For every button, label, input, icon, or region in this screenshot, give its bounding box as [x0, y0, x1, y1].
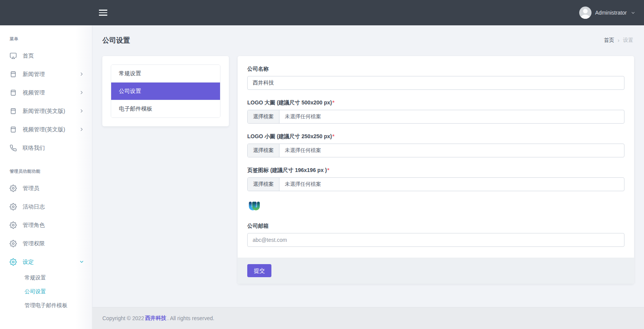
- sidebar-item-home[interactable]: 首页: [0, 46, 92, 65]
- sidebar-subitem-general-settings[interactable]: 常规设置: [0, 271, 92, 285]
- main-content: 公司设置 首页 › 设置 常规设置 公司设置 电子邮件模板: [92, 25, 644, 329]
- avatar: [579, 7, 591, 19]
- breadcrumb-separator: ›: [618, 37, 619, 43]
- logo-large-file-input[interactable]: 選擇檔案 未選擇任何檔案: [247, 110, 624, 124]
- sidebar-item-label: 视频管理: [23, 89, 45, 96]
- label-text: LOGO 小圖 (建議尺寸 250x250 px): [247, 133, 332, 139]
- choose-file-button[interactable]: 選擇檔案: [248, 144, 279, 157]
- sidebar-item-roles[interactable]: 管理角色: [0, 216, 92, 234]
- company-settings-form-card: 公司名称 LOGO 大圖 (建議尺寸 500x200 px)* 選擇檔案 未選擇…: [238, 56, 634, 284]
- company-name-label: 公司名称: [247, 66, 624, 73]
- sidebar-item-activity-log[interactable]: 活动日志: [0, 197, 92, 216]
- form-footer: 提交: [238, 258, 634, 284]
- sidebar-item-news[interactable]: 新闻管理: [0, 65, 92, 83]
- sidebar-item-label: 管理权限: [23, 240, 45, 247]
- page-title: 公司设置: [102, 36, 130, 45]
- sidebar-item-label: 活动日志: [23, 203, 45, 210]
- logo-large-group: LOGO 大圖 (建議尺寸 500x200 px)* 選擇檔案 未選擇任何檔案: [247, 99, 624, 124]
- chevron-down-icon: [631, 10, 636, 15]
- sidebar-item-video-en[interactable]: 视频管理(英文版): [0, 120, 92, 139]
- gear-icon: [10, 222, 17, 229]
- w-logo: [247, 201, 624, 212]
- logo-large-label: LOGO 大圖 (建議尺寸 500x200 px)*: [247, 99, 624, 106]
- tab-company-settings[interactable]: 公司设置: [111, 83, 220, 100]
- hamburger-menu-icon[interactable]: [99, 8, 110, 18]
- sidebar-heading-menu: 菜单: [0, 25, 92, 46]
- sidebar-item-label: 视频管理(英文版): [23, 126, 65, 133]
- sidebar-subitem-label: 常规设置: [25, 274, 46, 281]
- sidebar-item-permissions[interactable]: 管理权限: [0, 234, 92, 253]
- sidebar-heading-admin: 管理员功能功能: [0, 157, 92, 179]
- favicon-group: 页签图标 (建議尺寸 196x196 px )* 選擇檔案 未選擇任何檔案: [247, 167, 624, 191]
- page-header: 公司设置 首页 › 设置: [92, 25, 644, 55]
- choose-file-button[interactable]: 選擇檔案: [248, 110, 279, 123]
- company-link[interactable]: 西井科技: [145, 315, 166, 322]
- file-status-text: 未選擇任何檔案: [279, 178, 327, 191]
- settings-tab-list: 常规设置 公司设置 电子邮件模板: [111, 64, 220, 118]
- sidebar-item-news-en[interactable]: 新闻管理(英文版): [0, 102, 92, 120]
- book-icon: [10, 126, 17, 133]
- sidebar-item-label: 设定: [23, 258, 34, 266]
- sidebar-item-label: 首页: [23, 52, 34, 60]
- sidebar-subitem-email-templates[interactable]: 管理电子邮件模板: [0, 299, 92, 312]
- sidebar-item-label: 管理员: [23, 185, 39, 192]
- sidebar-item-contact[interactable]: 联络我们: [0, 139, 92, 157]
- top-navbar: Administrator: [0, 0, 644, 25]
- username-label: Administrator: [595, 10, 627, 16]
- gear-icon: [10, 203, 17, 210]
- file-status-text: 未選擇任何檔案: [279, 110, 327, 123]
- book-icon: [10, 89, 17, 96]
- form-body: 公司名称 LOGO 大圖 (建議尺寸 500x200 px)* 選擇檔案 未選擇…: [238, 56, 634, 258]
- favicon-file-input[interactable]: 選擇檔案 未選擇任何檔案: [247, 177, 624, 191]
- logo-small-label: LOGO 小圖 (建議尺寸 250x250 px)*: [247, 133, 624, 140]
- logo-small-file-input[interactable]: 選擇檔案 未選擇任何檔案: [247, 144, 624, 157]
- sidebar: 菜单 首页 新闻管理 视频管理 新闻管理(英文版) 视频管理(英文版): [0, 25, 92, 329]
- company-email-field[interactable]: [247, 233, 624, 247]
- label-text: 页签图标 (建議尺寸 196x196 px ): [247, 167, 327, 173]
- tab-email-templates[interactable]: 电子邮件模板: [111, 100, 220, 117]
- file-status-text: 未選擇任何檔案: [279, 144, 327, 157]
- required-asterisk: *: [332, 99, 334, 106]
- book-icon: [10, 71, 17, 78]
- user-menu[interactable]: Administrator: [579, 7, 636, 19]
- gear-icon: [10, 185, 17, 192]
- sidebar-item-label: 管理角色: [23, 222, 45, 229]
- choose-file-button[interactable]: 選擇檔案: [248, 178, 279, 191]
- company-name-field[interactable]: [247, 76, 624, 90]
- sidebar-item-administrators[interactable]: 管理员: [0, 179, 92, 197]
- gear-icon: [10, 258, 17, 266]
- sidebar-subitem-label: 公司设置: [25, 288, 46, 295]
- label-text: 公司邮箱: [247, 223, 269, 229]
- book-icon: [10, 107, 17, 115]
- chevron-right-icon: [79, 71, 84, 77]
- tab-general-settings[interactable]: 常规设置: [111, 65, 220, 83]
- sidebar-item-video[interactable]: 视频管理: [0, 83, 92, 102]
- company-name-group: 公司名称: [247, 66, 624, 90]
- breadcrumb: 首页 › 设置: [604, 37, 633, 44]
- label-text: 公司名称: [247, 66, 269, 72]
- company-email-label: 公司邮箱: [247, 223, 624, 230]
- favicon-label: 页签图标 (建議尺寸 196x196 px )*: [247, 167, 624, 174]
- sidebar-subitem-label: 管理电子邮件模板: [25, 302, 67, 309]
- app-root: Administrator 菜单 首页 新闻管理 视频管理 新闻管理(英文版): [0, 0, 644, 329]
- breadcrumb-home-link[interactable]: 首页: [604, 37, 614, 44]
- sidebar-item-label: 新闻管理: [23, 71, 45, 78]
- chevron-right-icon: [79, 108, 84, 114]
- copyright-text: Copyright © 2022: [102, 315, 144, 321]
- phone-icon: [10, 144, 17, 152]
- sidebar-item-settings[interactable]: 设定: [0, 253, 92, 271]
- submit-button[interactable]: 提交: [247, 264, 271, 277]
- sidebar-item-label: 联络我们: [23, 144, 45, 152]
- label-text: LOGO 大圖 (建議尺寸 500x200 px): [247, 99, 332, 106]
- chevron-right-icon: [79, 90, 84, 95]
- required-asterisk: *: [332, 133, 334, 139]
- gear-icon: [10, 240, 17, 247]
- logo-small-group: LOGO 小圖 (建議尺寸 250x250 px)* 選擇檔案 未選擇任何檔案: [247, 133, 624, 157]
- copyright-suffix: . All rights reserved.: [167, 315, 214, 321]
- page-footer: Copyright © 2022 西井科技 . All rights reser…: [92, 307, 644, 329]
- sidebar-subitem-company-settings[interactable]: 公司设置: [0, 285, 92, 299]
- settings-nav-card: 常规设置 公司设置 电子邮件模板: [102, 56, 229, 126]
- sidebar-item-label: 新闻管理(英文版): [23, 107, 65, 115]
- content-area: 常规设置 公司设置 电子邮件模板 公司名称 LOG: [92, 55, 644, 284]
- company-email-group: 公司邮箱: [247, 223, 624, 247]
